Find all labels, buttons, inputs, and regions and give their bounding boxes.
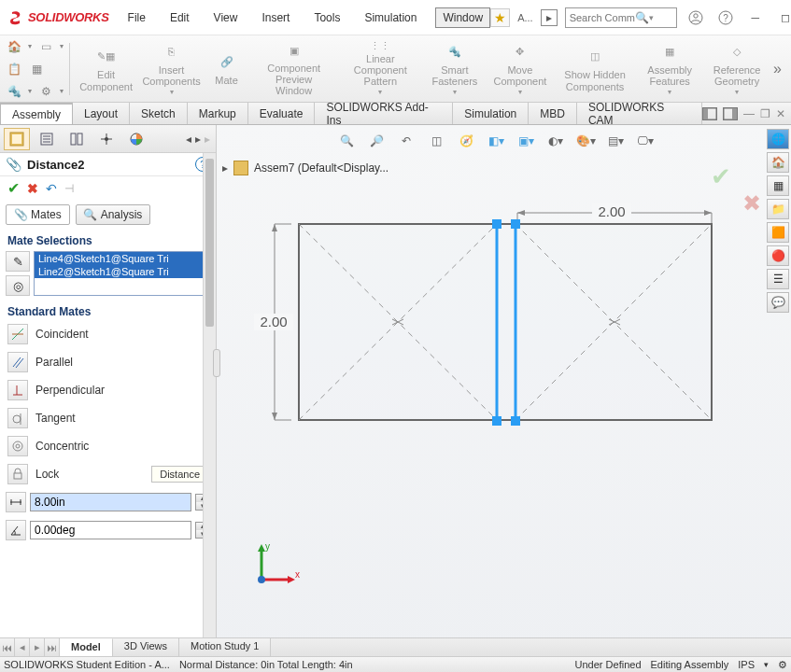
dimxpert-icon[interactable] (93, 128, 120, 150)
ribbon-smart-fasteners[interactable]: 🔩Smart Fasteners▾ (424, 39, 486, 99)
ribbon-move-component[interactable]: ✥Move Component▾ (489, 39, 551, 99)
view-orientation-icon[interactable]: ◧▾ (484, 131, 508, 151)
mate-perpendicular[interactable]: Perpendicular (4, 376, 212, 404)
tab-model[interactable]: Model (60, 638, 113, 656)
menu-tools[interactable]: Tools (308, 7, 346, 28)
mate-lock[interactable]: LockDistance (4, 460, 212, 488)
section-view-icon[interactable]: ◫ (424, 131, 448, 151)
mate-selection-row[interactable]: Line4@Sketch1@Square Tri (35, 252, 209, 265)
minimize-button[interactable]: ─ (744, 7, 767, 29)
config-manager-icon[interactable] (64, 128, 90, 150)
command-search[interactable]: 🔍 ▾ (565, 7, 677, 28)
dynamic-view-icon[interactable]: 🧭 (454, 131, 478, 151)
zoom-area-icon[interactable]: 🔎 (364, 131, 388, 151)
menu-file[interactable]: File (122, 7, 151, 28)
viewport[interactable]: 🔍 🔎 ↶ ◫ 🧭 ◧▾ ▣▾ ◐▾ 🎨▾ ▤▾ 🖵▾ ▸ Assem7 (De… (217, 125, 791, 655)
feature-manager-icon[interactable] (4, 128, 30, 150)
window-minimize-icon[interactable]: — (743, 107, 755, 120)
pm-tab-analysis[interactable]: 🔍Analysis (76, 204, 151, 225)
pm-ok-button[interactable]: ✔ (7, 179, 20, 197)
screw-icon[interactable]: 🔩 (6, 83, 22, 100)
mate-coincident[interactable]: Coincident (4, 320, 212, 348)
flyout-icon[interactable]: ▸ (541, 9, 558, 26)
apply-scene-icon[interactable]: ▤▾ (603, 131, 628, 151)
taskpane-design-library-icon[interactable]: 🏠 (767, 152, 789, 173)
home-icon[interactable]: 🏠 (6, 38, 22, 55)
standard-mates-header[interactable]: Standard Mates ˆ (0, 301, 216, 320)
tab-cam[interactable]: SOLIDWORKS CAM (577, 103, 702, 124)
doc-icon[interactable]: ▭ (37, 38, 54, 55)
ribbon-linear-pattern[interactable]: ⋮⋮Linear Component Pattern▾ (341, 39, 420, 99)
pm-pin-icon[interactable]: ⊣ (64, 182, 74, 195)
maximize-button[interactable]: ◻ (774, 7, 791, 29)
next-tab-icon[interactable]: ▸ (30, 638, 45, 656)
mate-concentric[interactable]: Concentric (4, 432, 212, 460)
taskpane-forum-icon[interactable]: ☰ (767, 269, 789, 289)
splitter-handle[interactable] (213, 349, 220, 377)
menu-insert[interactable]: Insert (256, 7, 295, 28)
mate-entity-icon[interactable]: ✎ (6, 251, 30, 272)
menu-view[interactable]: View (208, 7, 244, 28)
hide-show-icon[interactable]: ◐▾ (544, 131, 568, 151)
menu-edit[interactable]: Edit (164, 7, 195, 28)
edit-appearance-icon[interactable]: 🎨▾ (573, 131, 598, 151)
display-manager-icon[interactable] (123, 128, 149, 150)
display-style-icon[interactable]: ▣▾ (514, 131, 538, 151)
search-icon[interactable]: 🔍 (635, 11, 649, 24)
taskpane-appearances-icon[interactable]: 🟧 (767, 222, 789, 243)
tab-motion-study[interactable]: Motion Study 1 (179, 638, 271, 656)
status-units[interactable]: IPS (738, 659, 755, 670)
nav-last-icon[interactable]: ▸ (203, 133, 212, 146)
ribbon-preview-window[interactable]: ▣Component Preview Window (251, 39, 337, 99)
pm-tab-mates[interactable]: 📎Mates (6, 204, 70, 225)
mate-selections-list[interactable]: Line4@Sketch1@Square Tri Line2@Sketch1@S… (34, 251, 210, 296)
user-icon[interactable] (685, 7, 707, 29)
command-search-input[interactable] (570, 12, 635, 23)
ribbon-assembly-features[interactable]: ▦Assembly Features▾ (639, 39, 700, 99)
ribbon-reference-geometry[interactable]: ◇Reference Geometry▾ (704, 39, 770, 99)
quick-access-star-icon[interactable]: ★ (490, 8, 510, 27)
search-dropdown-icon[interactable]: ▾ (649, 13, 654, 22)
tab-simulation[interactable]: Simulation (453, 103, 529, 124)
tab-sketch[interactable]: Sketch (130, 103, 188, 124)
status-gear-icon[interactable]: ⚙ (778, 659, 787, 671)
tab-layout[interactable]: Layout (73, 103, 130, 124)
ribbon-overflow-icon[interactable]: » (773, 61, 785, 77)
tab-3dviews[interactable]: 3D Views (113, 638, 179, 656)
drawing-canvas[interactable]: 2.00 2.00 (254, 207, 712, 431)
view-settings-icon[interactable]: 🖵▾ (633, 131, 657, 151)
taskpane-resources-icon[interactable]: 🌐 (767, 129, 789, 149)
graphics-area[interactable]: 🔍 🔎 ↶ ◫ 🧭 ◧▾ ▣▾ ◐▾ 🎨▾ ▤▾ 🖵▾ ▸ Assem7 (De… (217, 125, 791, 655)
tab-evaluate[interactable]: Evaluate (248, 103, 316, 124)
nav-prev-icon[interactable]: ◂ (184, 133, 193, 146)
ribbon-edit-component[interactable]: ✎▦Edit Component (76, 39, 137, 99)
tab-assembly[interactable]: Assembly (0, 103, 73, 124)
feature-tree-flyout[interactable]: ▸ Assem7 (Default<Display... (222, 161, 388, 175)
taskpane-custom-props-icon[interactable]: 🔴 (767, 245, 789, 266)
expand-tree-icon[interactable]: ▸ (222, 161, 228, 175)
ribbon-insert-components[interactable]: ⎘Insert Components▾ (141, 39, 203, 99)
menu-window[interactable]: Window (435, 7, 490, 28)
zoom-fit-icon[interactable]: 🔍 (334, 131, 359, 151)
gear-icon[interactable]: ⚙ (37, 83, 54, 100)
menu-simulation[interactable]: Simulation (359, 7, 422, 28)
tab-mbd[interactable]: MBD (529, 103, 577, 124)
window-close-icon[interactable]: ✕ (776, 107, 785, 120)
taskpane-view-palette-icon[interactable]: 📁 (767, 199, 789, 219)
window-tile-right-icon[interactable] (723, 107, 738, 120)
mate-selections-header[interactable]: Mate Selections ˆ (0, 231, 216, 249)
window-tile-left-icon[interactable] (702, 107, 717, 120)
mate-tangent[interactable]: Tangent (4, 404, 212, 432)
tab-markup[interactable]: Markup (188, 103, 248, 124)
status-dropdown-icon[interactable]: ▾ (764, 660, 769, 669)
first-tab-icon[interactable]: ⏮ (0, 638, 15, 656)
orientation-triad[interactable]: y x (245, 540, 301, 599)
mate-selection-row[interactable]: Line2@Sketch1@Square Tri (35, 265, 209, 278)
tab-addins[interactable]: SOLIDWORKS Add-Ins (315, 103, 453, 124)
prev-tab-icon[interactable]: ◂ (15, 638, 30, 656)
taskpane-file-explorer-icon[interactable]: ▦ (767, 175, 789, 196)
props-icon[interactable]: 📋 (6, 61, 22, 77)
prev-view-icon[interactable]: ↶ (394, 131, 418, 151)
nav-next-icon[interactable]: ▸ (193, 133, 203, 146)
window-restore-icon[interactable]: ❐ (760, 107, 770, 120)
